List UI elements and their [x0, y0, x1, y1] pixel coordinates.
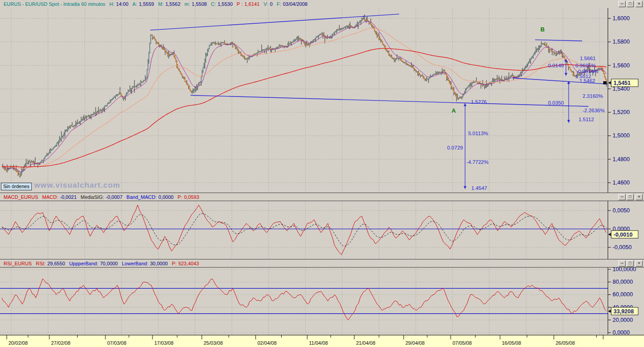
rsi-pane-header: RSI_EURUS RSI:29,6550UppperBand:70,0000L…: [0, 259, 644, 268]
minimize-button[interactable]: ─: [618, 194, 626, 200]
header-field-value: 1,5559: [139, 1, 154, 7]
price-price-axis: 1,60001,58001,56001,54001,52001,50001,48…: [608, 8, 630, 193]
chart-text: 1,5451: [614, 80, 631, 86]
chart-text: A: [452, 107, 456, 114]
header-field-value: 1,5562: [165, 1, 181, 7]
chart-text: 21/04/08: [356, 340, 375, 346]
chart-text: 1,4800: [613, 156, 630, 163]
header-field-value: 1,5508: [192, 1, 207, 7]
header-field-value: -0,0021: [60, 194, 76, 200]
header-field-label: M:: [158, 1, 163, 7]
minimize-button[interactable]: ─: [618, 260, 626, 267]
close-button[interactable]: ×: [635, 260, 643, 267]
header-field-label: P :: [237, 1, 243, 7]
chart-text: 11/04/08: [309, 340, 328, 346]
close-button[interactable]: ×: [635, 1, 643, 7]
rsi-indicator-title: RSI_EURUS: [4, 261, 32, 266]
visualchart-window: 1,60001,58001,56001,54001,52001,50001,48…: [0, 0, 644, 347]
chart-text: 27/02/08: [51, 340, 70, 346]
chart-text: 0.0149: [548, 63, 564, 68]
chart-text: 07/03/08: [107, 340, 126, 346]
header-field-value: 0,0593: [184, 194, 199, 200]
macd-pane: [2, 205, 606, 255]
chart-text: 1,5200: [613, 109, 630, 115]
last-price-markers: 1,5451: [603, 79, 638, 87]
header-field-label: MACD:: [42, 194, 58, 200]
macd-pane-header: MACD_EURUS MACD:-0,0021MediaSIG:-0,0007B…: [0, 193, 644, 201]
header-field-label: F:: [277, 1, 281, 7]
price-pane: [2, 14, 606, 177]
maximize-button[interactable]: □: [627, 1, 634, 7]
header-field-value: 0: [270, 1, 273, 7]
chart-text: 20,0000: [613, 317, 633, 323]
header-field-value: 29,6550: [47, 261, 65, 266]
chart-text: 25/03/08: [204, 340, 223, 346]
rsi-last: 33,9208: [608, 307, 638, 315]
header-field-label: Band_MACD:: [126, 194, 157, 200]
chart-text: 5.0113%: [468, 131, 488, 136]
main-pane-header: EURUS - EUR/USD Spot - Intradia 60 minut…: [0, 0, 644, 8]
header-field-label: RSI:: [36, 261, 45, 266]
rsi-price-axis: 100,000080,000060,000040,000020,00000,00…: [608, 266, 636, 336]
header-field-value: 30,0000: [150, 261, 168, 266]
main-header-fields: H:14:00A:1,5559M:1,5562m:1,5508C:1,5530P…: [105, 1, 308, 7]
header-field-label: P:: [178, 194, 182, 200]
chart-text: 1.5276: [471, 99, 487, 105]
macd-window-controls: ─ □ ×: [618, 194, 643, 200]
chart-text: 0.9605%: [575, 63, 596, 68]
chart-text: 1,5800: [613, 39, 630, 45]
price-grid: [0, 8, 608, 193]
maximize-button[interactable]: □: [627, 260, 634, 267]
header-field-label: A:: [132, 1, 137, 7]
chart-text: 1,4600: [613, 180, 630, 186]
chart-text: 1,5000: [613, 132, 630, 139]
chart-text: 33,9208: [614, 308, 634, 315]
measure-annotations: 1.52765.0113%0.0729-4.7722%1.45471.54622…: [447, 26, 605, 191]
header-field-label: H:: [109, 1, 114, 7]
header-field-label: MediaSIG:: [81, 194, 104, 200]
header-field-value: 1,5530: [218, 1, 233, 7]
chart-text: 17/03/08: [154, 340, 174, 346]
chart-text: B: [540, 26, 544, 33]
chart-text: 60,0000: [613, 291, 633, 298]
watermark: www.visualchart.com: [34, 181, 120, 190]
header-field-value: 70,0000: [100, 261, 118, 266]
chart-text: 16/05/08: [502, 340, 521, 346]
minimize-button[interactable]: ─: [618, 1, 626, 7]
rsi-grid: [0, 268, 608, 334]
rsi-bands: [0, 288, 608, 313]
orders-status-box[interactable]: Sin órdenes: [1, 183, 32, 190]
header-field-label: UppperBand:: [69, 261, 98, 266]
chart-text: 0,0000: [613, 329, 630, 336]
candlestick-series: [3, 14, 606, 177]
header-field-value: 14:00: [116, 1, 129, 7]
chart-text: 07/05/08: [453, 340, 472, 346]
maximize-button[interactable]: □: [627, 194, 634, 200]
chart-text: -0,0010: [614, 232, 632, 238]
symbol-title: EURUS - EUR/USD Spot - Intradia 60 minut…: [4, 1, 105, 7]
main-window-controls: ─ □ ×: [618, 1, 643, 7]
chart-text: 1.5512: [575, 74, 591, 79]
macd-last: -0,0010: [608, 231, 638, 238]
chart-text: 80,0000: [613, 279, 633, 285]
close-button[interactable]: ×: [635, 194, 643, 200]
header-field-value: -0,0007: [106, 194, 122, 200]
macd-price-axis: 0,00500,0000-0,0050: [608, 201, 632, 259]
chart-text: 1.4547: [471, 185, 487, 191]
chart-text: -0,0050: [613, 244, 631, 250]
header-field-label: P:: [172, 261, 176, 266]
rsi-header-fields: RSI:29,6550UppperBand:70,0000LowerBand:3…: [32, 261, 199, 266]
header-field-label: C:: [211, 1, 216, 7]
header-field-label: m:: [184, 1, 190, 7]
chart-canvas: 1,60001,58001,56001,54001,52001,50001,48…: [0, 0, 644, 347]
macd-indicator-title: MACD_EURUS: [4, 194, 38, 200]
header-field-label: LowerBand:: [122, 261, 148, 266]
chart-text: 1.5112: [579, 117, 594, 122]
chart-text: 0,0050: [613, 207, 630, 214]
header-field-value: 523,4043: [178, 261, 199, 266]
macd-header-fields: MACD:-0,0021MediaSIG:-0,0007Band_MACD:0,…: [38, 194, 199, 200]
chart-text: 2.3160%: [583, 93, 603, 99]
chart-text: 1.5661: [580, 56, 596, 61]
moving-averages: [2, 21, 606, 172]
chart-text: 1,5600: [613, 62, 630, 69]
